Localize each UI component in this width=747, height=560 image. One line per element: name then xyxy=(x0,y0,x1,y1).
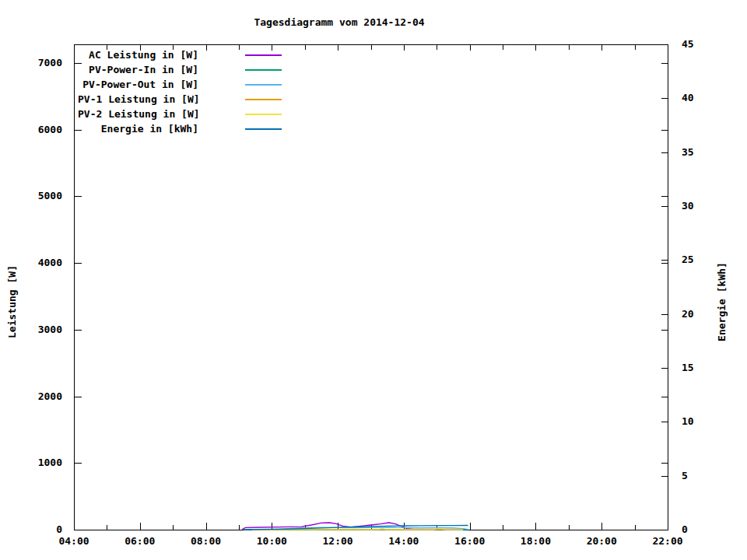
y-right-tick-label: 10 xyxy=(682,416,694,427)
legend-item: PV-Power-Out in [W] xyxy=(78,77,284,92)
y-right-tick-label: 0 xyxy=(682,524,688,535)
y-right-tick-label: 45 xyxy=(682,39,694,50)
y-left-tick-label: 6000 xyxy=(0,124,62,135)
y-left-tick-label: 7000 xyxy=(0,58,62,68)
y-left-tick-label: 1000 xyxy=(0,457,62,468)
y-left-tick-label: 5000 xyxy=(0,191,62,201)
x-tick-label: 22:00 xyxy=(644,536,691,547)
y-right-tick-label: 25 xyxy=(682,254,694,265)
x-tick-label: 12:00 xyxy=(314,536,361,547)
x-tick-label: 10:00 xyxy=(248,536,295,547)
y-right-tick-label: 30 xyxy=(682,201,694,212)
legend: AC Leistung in [W] PV-Power-In in [W] PV… xyxy=(78,47,284,136)
x-tick-label: 14:00 xyxy=(381,536,427,547)
x-tick-label: 08:00 xyxy=(183,536,230,547)
legend-line-sample xyxy=(245,128,282,130)
legend-item: PV-1 Leistung in [W] xyxy=(78,92,284,107)
y-right-tick-label: 35 xyxy=(682,147,694,158)
legend-label: PV-1 Leistung in [W] xyxy=(78,93,198,105)
y-left-tick-label: 4000 xyxy=(0,257,62,268)
x-tick-label: 06:00 xyxy=(117,536,163,547)
legend-label: Energie in [kWh] xyxy=(78,123,198,135)
y-right-tick-label: 40 xyxy=(682,93,694,103)
legend-line-sample xyxy=(245,54,282,56)
data-series xyxy=(242,523,468,530)
x-tick-label: 18:00 xyxy=(512,536,559,547)
y-right-tick-label: 15 xyxy=(682,362,694,373)
legend-line-sample xyxy=(245,84,282,86)
y-left-tick-label: 2000 xyxy=(0,391,62,402)
legend-label: PV-Power-Out in [W] xyxy=(78,79,198,90)
legend-label: AC Leistung in [W] xyxy=(78,49,198,61)
legend-item: PV-2 Leistung in [W] xyxy=(78,107,284,121)
legend-item: AC Leistung in [W] xyxy=(78,47,284,62)
legend-label: PV-2 Leistung in [W] xyxy=(78,108,198,120)
legend-item: PV-Power-In in [W] xyxy=(78,62,284,77)
y-right-tick-label: 5 xyxy=(682,471,688,481)
x-tick-label: 16:00 xyxy=(447,536,493,547)
legend-line-sample xyxy=(245,69,282,71)
y-right-tick-label: 20 xyxy=(682,309,694,320)
legend-label: PV-Power-In in [W] xyxy=(78,64,198,75)
legend-line-sample xyxy=(245,114,282,115)
y-left-tick-label: 3000 xyxy=(0,324,62,335)
chart-canvas: Tagesdiagramm vom 2014-12-04 Leistung [W… xyxy=(0,0,747,560)
legend-item: Energie in [kWh] xyxy=(78,121,284,136)
x-tick-label: 20:00 xyxy=(578,536,625,547)
legend-line-sample xyxy=(245,99,282,100)
x-tick-label: 04:00 xyxy=(51,536,97,547)
y-left-tick-label: 0 xyxy=(0,524,62,535)
